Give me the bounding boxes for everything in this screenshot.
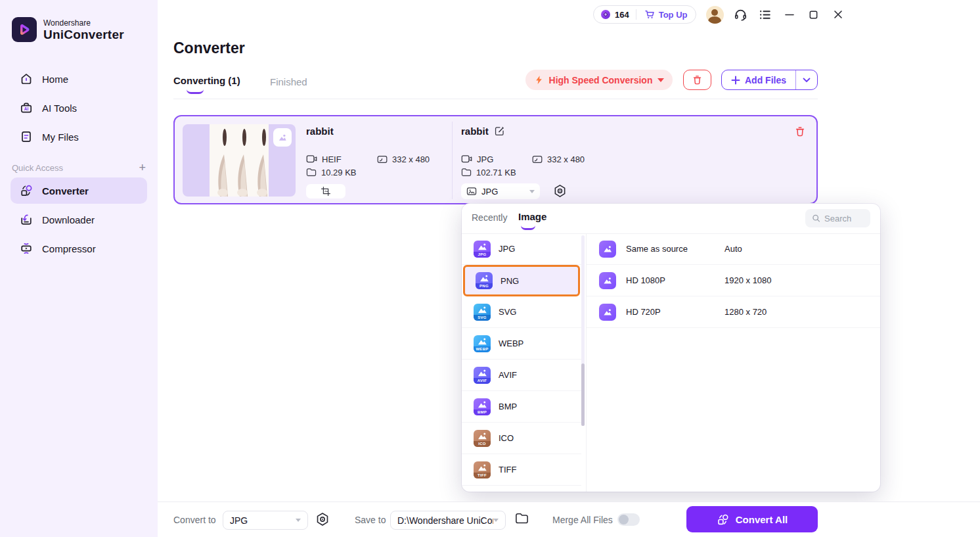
task-list-button[interactable] (758, 7, 772, 22)
sidebar-item-converter[interactable]: Converter (11, 177, 147, 204)
sidebar-item-my-files[interactable]: My Files (11, 124, 147, 150)
format-label: TIFF (499, 465, 516, 475)
sidebar-item-downloader[interactable]: Downloader (11, 206, 147, 233)
chevron-down-icon (296, 519, 301, 522)
tab-finished[interactable]: Finished (270, 76, 307, 87)
format-option-webp[interactable]: WEBP WEBP (462, 328, 581, 360)
delete-all-button[interactable] (683, 70, 711, 90)
save-to-label: Save to (355, 515, 386, 525)
target-file-info: rabbit JPG (461, 126, 585, 179)
sidebar-item-ai-tools[interactable]: AI AI Tools (11, 95, 147, 121)
coin-icon (600, 9, 611, 20)
output-settings-button[interactable] (553, 184, 567, 198)
jpg-format-icon: JPG (474, 241, 491, 258)
convert-to-select[interactable]: JPG (223, 511, 308, 530)
app-logo: Wondershare UniConverter (0, 0, 158, 42)
open-folder-button[interactable] (515, 512, 529, 525)
resolution-option-hd-720p[interactable]: HD 720P 1280 x 720 (587, 296, 880, 328)
resolution-option-hd-1080p[interactable]: HD 1080P 1920 x 1080 (587, 265, 880, 296)
format-list-scrollbar (581, 235, 585, 426)
delete-file-button[interactable] (794, 126, 806, 137)
button-divider (795, 70, 796, 89)
page-title: Converter (173, 39, 245, 57)
popup-tab-recently[interactable]: Recently (472, 212, 507, 223)
output-format-select[interactable]: JPG (461, 183, 540, 199)
quick-access-add-icon[interactable]: + (139, 162, 146, 174)
minimize-button[interactable] (782, 7, 797, 22)
format-label: BMP (499, 402, 517, 411)
file-task-row[interactable]: rabbit HEIF 332 (173, 115, 818, 204)
search-input[interactable] (824, 214, 864, 223)
format-label: ICO (499, 433, 514, 443)
edit-image-button[interactable] (306, 184, 345, 198)
image-icon (277, 132, 288, 143)
format-picker-popup: Recently Image JPG JPG PNG (462, 204, 880, 492)
source-format: HEIF (322, 154, 342, 164)
avif-format-icon: AVIF (474, 367, 491, 384)
convert-settings-button[interactable] (315, 512, 330, 526)
brand-name-bottom: UniConverter (43, 28, 124, 41)
format-option-avif[interactable]: AVIF AVIF (462, 360, 581, 391)
convert-all-button[interactable]: Convert All (686, 506, 818, 532)
user-avatar[interactable] (706, 6, 724, 24)
coin-topup-pill: 164 Top Up (593, 5, 696, 24)
format-option-svg[interactable]: SVG SVG (462, 296, 581, 328)
target-file-name: rabbit (461, 126, 489, 137)
format-label: WEBP (499, 339, 523, 348)
high-speed-label: High Speed Conversion (549, 75, 653, 85)
format-label: PNG (501, 276, 519, 286)
coin-balance[interactable]: 164 (594, 9, 636, 20)
format-option-png-selected[interactable]: PNG PNG (463, 265, 580, 296)
target-size: 102.71 KB (476, 168, 516, 177)
compressor-icon (20, 242, 33, 255)
resolution-option-same-as-source[interactable]: Same as source Auto (587, 233, 880, 265)
downloader-icon (20, 213, 33, 226)
webp-format-icon: WEBP (474, 335, 491, 352)
plus-icon (731, 76, 740, 85)
resolution-name: Same as source (626, 244, 724, 254)
high-speed-conversion-button[interactable]: High Speed Conversion (525, 70, 673, 90)
list-menu-icon (758, 8, 772, 22)
source-file-info: rabbit HEIF 332 (306, 126, 430, 179)
save-to-select[interactable]: D:\Wondershare UniCor (390, 511, 506, 530)
support-headset-button[interactable] (734, 7, 748, 22)
sidebar: Wondershare UniConverter Home AI AI Tool… (0, 0, 158, 537)
add-files-main[interactable]: Add Files (722, 70, 795, 89)
close-button[interactable] (831, 7, 845, 22)
add-files-dropdown[interactable] (796, 70, 817, 89)
top-up-button[interactable]: Top Up (636, 9, 696, 20)
resolution-list: Same as source Auto HD 1080P 1920 x 1080… (587, 233, 880, 328)
popup-tab-image[interactable]: Image (518, 211, 546, 222)
sidebar-item-label: My Files (42, 131, 79, 143)
rename-icon[interactable] (494, 126, 505, 137)
tabs-divider (173, 99, 818, 99)
sidebar-item-compressor[interactable]: Compressor (11, 235, 147, 262)
format-option-bmp[interactable]: BMP BMP (462, 391, 581, 423)
scrollbar-thumb[interactable] (581, 363, 585, 426)
file-thumbnail (183, 124, 296, 197)
tab-converting[interactable]: Converting (1) (173, 75, 240, 86)
merge-all-files-toggle[interactable] (617, 513, 640, 526)
target-dimensions: 332 x 480 (547, 154, 585, 164)
my-files-icon (20, 130, 33, 143)
sidebar-item-home[interactable]: Home (11, 66, 147, 92)
format-option-tiff[interactable]: TIFF TIFF (462, 454, 581, 486)
convert-all-label: Convert All (736, 514, 788, 525)
save-to-value: D:\Wondershare UniCor (397, 515, 493, 526)
search-box[interactable] (805, 209, 870, 227)
add-files-label: Add Files (745, 75, 786, 85)
maximize-button[interactable] (807, 7, 821, 22)
format-option-ico[interactable]: ICO ICO (462, 423, 581, 454)
app-window: Wondershare UniConverter Home AI AI Tool… (0, 0, 980, 537)
home-icon (20, 72, 33, 85)
format-option-jpg[interactable]: JPG JPG (462, 233, 581, 265)
gear-icon (553, 184, 567, 198)
quick-access-label: Quick Access (12, 163, 63, 173)
sidebar-item-label: Home (42, 74, 68, 85)
resolution-image-icon (599, 304, 616, 321)
resolution-image-icon (599, 241, 616, 258)
dimensions-icon (532, 155, 543, 164)
resolution-image-icon (599, 272, 616, 289)
popup-active-tab-underline (521, 225, 535, 230)
image-type-badge (273, 128, 292, 147)
